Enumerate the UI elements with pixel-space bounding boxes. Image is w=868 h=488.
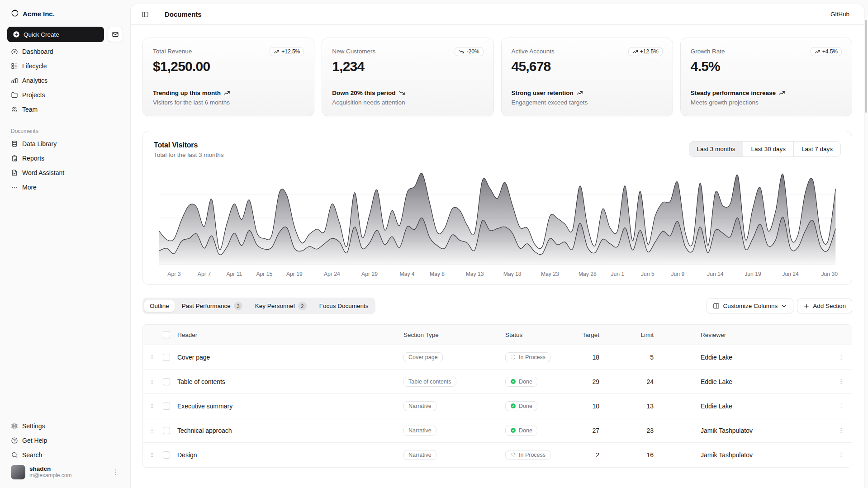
drag-handle-icon[interactable] <box>143 378 161 386</box>
target-value[interactable]: 2 <box>574 451 617 459</box>
target-value[interactable]: 10 <box>574 403 617 410</box>
delta-badge: -20% <box>455 47 483 56</box>
drag-handle-icon[interactable] <box>143 353 161 361</box>
row-checkbox[interactable] <box>163 403 170 410</box>
chevron-down-icon <box>781 303 787 309</box>
sidebar-item-more[interactable]: More <box>7 180 123 194</box>
visitors-area-chart[interactable]: Apr 3Apr 7Apr 11Apr 15Apr 19Apr 24Apr 29… <box>154 168 841 278</box>
range-last-7-days[interactable]: Last 7 days <box>793 142 840 156</box>
trending-up-icon <box>223 90 230 96</box>
sidebar-item-lifecycle[interactable]: Lifecycle <box>7 59 123 73</box>
sidebar-item-reports[interactable]: Reports <box>7 152 123 165</box>
quick-create-button[interactable]: Quick Create <box>7 27 104 42</box>
svg-text:Apr 15: Apr 15 <box>256 271 272 277</box>
sidebar-item-settings[interactable]: Settings <box>7 419 123 433</box>
github-link[interactable]: GitHub <box>827 8 853 20</box>
delta-badge: +12.5% <box>270 47 304 56</box>
svg-text:May 18: May 18 <box>503 271 522 277</box>
limit-value[interactable]: 16 <box>617 451 672 459</box>
org-switcher[interactable]: Acme Inc. <box>7 5 123 22</box>
page-title: Documents <box>165 10 202 18</box>
sidebar-item-dashboard[interactable]: Dashboard <box>7 45 123 58</box>
row-menu-button[interactable] <box>830 403 852 409</box>
row-menu-button[interactable] <box>830 451 852 458</box>
card-label: Total Revenue <box>153 47 192 55</box>
user-email: m@example.com <box>29 473 108 479</box>
check-circle-icon <box>510 403 516 409</box>
add-section-button[interactable]: Add Section <box>797 298 852 313</box>
list-details-icon <box>11 62 18 70</box>
file-word-icon <box>11 169 18 176</box>
customize-columns-button[interactable]: Customize Columns <box>707 298 793 313</box>
sidebar-item-data-library[interactable]: Data Library <box>7 137 123 151</box>
inbox-button[interactable] <box>108 27 123 42</box>
stat-cards: Total Revenue +12.5% $1,250.00 Trending … <box>142 38 852 116</box>
reviewer[interactable]: Jamik Tashpulatov <box>672 451 830 459</box>
target-value[interactable]: 29 <box>574 378 617 385</box>
stat-card-active-accounts: Active Accounts +12.5% 45,678 Strong use… <box>501 38 673 116</box>
window-scrollbar[interactable] <box>865 20 867 113</box>
status-badge: Done <box>505 426 537 436</box>
table-row[interactable]: Technical approach Narrative Done 27 23 … <box>143 418 852 443</box>
reviewer[interactable]: Eddie Lake <box>672 378 830 385</box>
range-last-3-months[interactable]: Last 3 months <box>689 142 743 156</box>
tab-focus-documents[interactable]: Focus Documents <box>313 300 375 312</box>
svg-text:Jun 5: Jun 5 <box>641 271 655 277</box>
users-icon <box>11 106 18 113</box>
table-row[interactable]: Cover page Cover page In Process 18 5 Ed… <box>143 345 852 370</box>
sidebar-item-analytics[interactable]: Analytics <box>7 74 123 87</box>
target-value[interactable]: 18 <box>574 354 617 361</box>
card-value: 4.5% <box>691 59 842 74</box>
reviewer[interactable]: Eddie Lake <box>672 354 830 361</box>
sidebar-item-get-help[interactable]: Get Help <box>7 434 123 447</box>
sidebar-item-search[interactable]: Search <box>7 448 123 462</box>
drag-handle-icon[interactable] <box>143 426 161 435</box>
tab-past-performance[interactable]: Past Performance3 <box>176 299 248 313</box>
limit-value[interactable]: 5 <box>617 354 672 361</box>
card-value: $1,250.00 <box>153 59 304 74</box>
trending-down-icon <box>459 49 465 55</box>
user-menu[interactable]: shadcn m@example.com <box>7 462 123 483</box>
row-menu-button[interactable] <box>830 378 852 385</box>
sidebar-toggle-button[interactable] <box>139 8 152 21</box>
reviewer[interactable]: Eddie Lake <box>672 403 830 410</box>
tab-key-personnel[interactable]: Key Personnel2 <box>249 299 313 313</box>
row-checkbox[interactable] <box>163 354 170 361</box>
section-type-badge: Table of contents <box>403 377 456 387</box>
row-title[interactable]: Executive summary <box>177 403 403 410</box>
row-checkbox[interactable] <box>163 378 170 385</box>
sidebar-item-team[interactable]: Team <box>7 103 123 116</box>
row-checkbox[interactable] <box>163 451 170 459</box>
sidebar-item-projects[interactable]: Projects <box>7 88 123 102</box>
limit-value[interactable]: 13 <box>617 403 672 410</box>
status-badge: Done <box>505 401 537 411</box>
limit-value[interactable]: 24 <box>617 378 672 385</box>
reviewer[interactable]: Jamik Tashpulatov <box>672 427 830 434</box>
tab-outline[interactable]: Outline <box>144 300 175 312</box>
delta-badge: +4.5% <box>811 47 842 56</box>
app-window: Acme Inc. Quick Create Dashboard <box>0 0 868 488</box>
svg-text:May 8: May 8 <box>430 271 445 277</box>
view-tabs: Outline Past Performance3 Key Personnel2… <box>142 298 375 314</box>
drag-handle-icon[interactable] <box>143 402 161 410</box>
row-title[interactable]: Cover page <box>177 354 403 361</box>
select-all-checkbox[interactable] <box>163 331 170 338</box>
range-last-30-days[interactable]: Last 30 days <box>743 142 793 156</box>
documents-nav: Data Library Reports Word Assistant More <box>7 137 123 194</box>
row-title[interactable]: Technical approach <box>177 427 403 434</box>
table-row[interactable]: Executive summary Narrative Done 10 13 E… <box>143 394 852 418</box>
column-header: Target <box>574 332 617 338</box>
row-menu-button[interactable] <box>830 354 852 360</box>
svg-text:Jun 1: Jun 1 <box>611 271 625 277</box>
drag-handle-icon[interactable] <box>143 451 161 459</box>
table-row[interactable]: Table of contents Table of contents Done… <box>143 370 852 394</box>
limit-value[interactable]: 23 <box>617 427 672 434</box>
row-menu-button[interactable] <box>830 427 852 434</box>
row-checkbox[interactable] <box>163 427 170 434</box>
target-value[interactable]: 27 <box>574 427 617 434</box>
row-title[interactable]: Table of contents <box>177 378 403 385</box>
row-title[interactable]: Design <box>177 451 403 459</box>
table-row[interactable]: Design Narrative In Process 2 16 Jamik T… <box>143 443 852 467</box>
sidebar-item-word-assistant[interactable]: Word Assistant <box>7 166 123 180</box>
circle-plus-icon <box>13 31 20 38</box>
